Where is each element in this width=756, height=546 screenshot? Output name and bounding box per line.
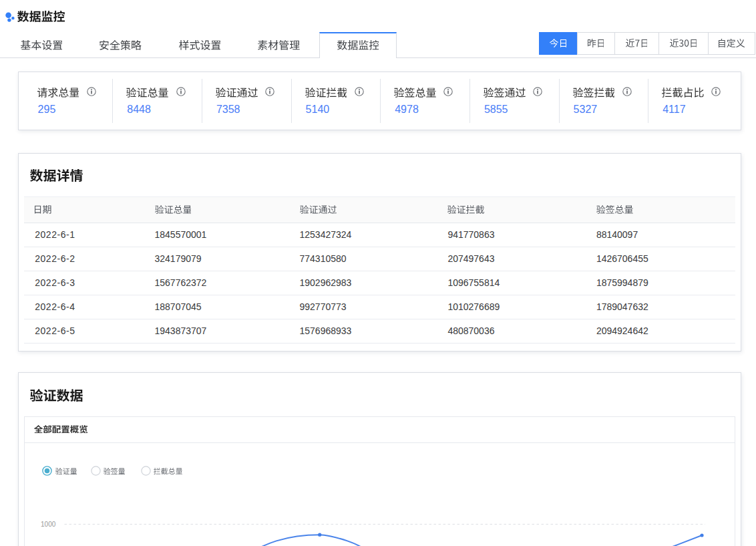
svg-text:1000: 1000 bbox=[41, 521, 56, 528]
